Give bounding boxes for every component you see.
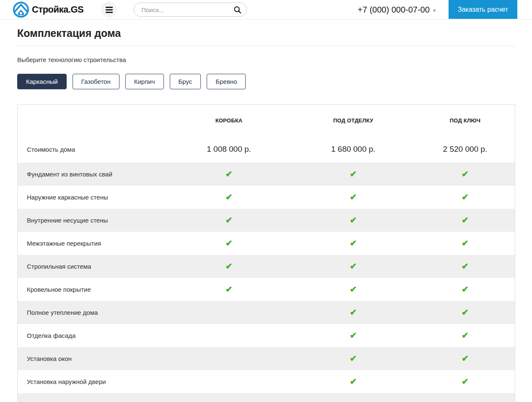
check-icon: ✔ xyxy=(226,239,233,248)
feature-cell: ✔ xyxy=(291,331,415,340)
check-icon: ✔ xyxy=(350,308,357,317)
tab-brevno[interactable]: Бревно xyxy=(207,74,246,89)
feature-label: Установка наружной двери xyxy=(18,378,167,385)
feature-cell: ✔ xyxy=(415,262,515,271)
price-row: Стоимость дома 1 008 000 р.1 680 000 р.2… xyxy=(18,136,515,163)
check-icon: ✔ xyxy=(226,192,233,202)
check-icon: ✔ xyxy=(462,400,469,402)
feature-cell: ✔ xyxy=(167,262,291,271)
hamburger-icon xyxy=(106,7,113,8)
phone-number[interactable]: +7 (000) 000-07-00 ▼ xyxy=(358,5,437,15)
check-icon: ✔ xyxy=(350,354,357,363)
check-icon: ✔ xyxy=(226,215,233,225)
check-icon: ✔ xyxy=(462,377,469,386)
tab-kirpich[interactable]: Кирпич xyxy=(125,74,164,89)
header: Стройка.GS +7 (000) 000-07-00 ▼ Заказать… xyxy=(0,0,532,20)
feature-label: Кровельное покрытие xyxy=(18,286,167,293)
check-icon: ✔ xyxy=(462,354,469,363)
phone-text: +7 (000) 000-07-00 xyxy=(358,5,430,15)
search-button[interactable] xyxy=(234,6,241,14)
table-row: Внутренние несущие стены✔✔✔ xyxy=(18,209,515,232)
column-header: ПОД ОТДЕЛКУ xyxy=(291,117,415,124)
feature-cell: ✔ xyxy=(291,354,415,363)
search-box xyxy=(134,3,247,17)
feature-cell: ✔ xyxy=(415,354,515,363)
table-row: Межэтажные перекрытия✔✔✔ xyxy=(18,232,515,255)
price-value: 1 008 000 р. xyxy=(167,145,291,154)
order-calculation-button[interactable]: Заказать расчет xyxy=(449,0,517,19)
feature-cell: ✔ xyxy=(167,170,291,179)
technology-tabs: КаркасныйГазобетонКирпичБрусБревно xyxy=(17,74,515,89)
check-icon: ✔ xyxy=(350,192,357,202)
feature-label: Установка окон xyxy=(18,355,167,362)
feature-label: Стропильная система xyxy=(18,263,167,270)
feature-cell: ✔ xyxy=(291,285,415,294)
feature-cell: ✔ xyxy=(415,239,515,248)
check-icon: ✔ xyxy=(350,285,357,294)
menu-button[interactable] xyxy=(101,2,117,18)
column-header: ПОД КЛЮЧ xyxy=(415,117,515,124)
table-row: Наружние каркасные стены✔✔✔ xyxy=(18,186,515,209)
chevron-down-icon: ▼ xyxy=(432,8,437,13)
check-icon: ✔ xyxy=(226,285,233,294)
feature-cell: ✔ xyxy=(291,239,415,248)
feature-label: Межэтажные перекрытия xyxy=(18,240,167,247)
table-row: Полное утепление дома✔✔ xyxy=(18,301,515,324)
tab-karkasnyy[interactable]: Каркасный xyxy=(17,74,67,89)
feature-rows: Фундамент из винтовых свай✔✔✔Наружние ка… xyxy=(18,163,515,402)
page-title: Комплектация дома xyxy=(17,27,515,39)
feature-cell: ✔ xyxy=(167,193,291,202)
feature-cell: ✔ xyxy=(291,308,415,317)
check-icon: ✔ xyxy=(462,192,469,202)
table-row: Монтаж водосточной системы✔✔ xyxy=(18,393,515,402)
logo[interactable]: Стройка.GS xyxy=(13,1,83,18)
divider xyxy=(17,46,515,46)
feature-label: Внутренние несущие стены xyxy=(18,217,167,224)
price-value: 1 680 000 р. xyxy=(291,145,415,154)
table-row: Отделка фасада✔✔ xyxy=(18,324,515,347)
feature-cell: ✔ xyxy=(291,216,415,225)
table-row: Стропильная система✔✔✔ xyxy=(18,255,515,278)
feature-cell: ✔ xyxy=(167,285,291,294)
check-icon: ✔ xyxy=(350,169,357,179)
column-header: КОРОБКА xyxy=(167,117,291,124)
feature-cell: ✔ xyxy=(291,170,415,179)
logo-text: Стройка.GS xyxy=(32,4,83,15)
table-header-row: КОРОБКАПОД ОТДЕЛКУПОД КЛЮЧ xyxy=(18,105,515,136)
feature-cell: ✔ xyxy=(291,377,415,386)
feature-cell: ✔ xyxy=(291,400,415,402)
check-icon: ✔ xyxy=(226,262,233,271)
search-input[interactable] xyxy=(141,6,234,13)
feature-cell: ✔ xyxy=(415,331,515,340)
check-icon: ✔ xyxy=(350,262,357,271)
check-icon: ✔ xyxy=(462,262,469,271)
check-icon: ✔ xyxy=(350,215,357,225)
price-value: 2 520 000 р. xyxy=(415,145,515,154)
table-row: Установка окон✔✔ xyxy=(18,347,515,370)
feature-label: Полное утепление дома xyxy=(18,309,167,316)
feature-label: Наружние каркасные стены xyxy=(18,194,167,201)
check-icon: ✔ xyxy=(350,239,357,248)
subtitle: Выберите технологию строительства xyxy=(17,56,515,63)
price-row-label: Стоимость дома xyxy=(18,146,167,153)
table-row: Кровельное покрытие✔✔✔ xyxy=(18,278,515,301)
check-icon: ✔ xyxy=(226,169,233,179)
feature-cell: ✔ xyxy=(167,216,291,225)
feature-cell: ✔ xyxy=(415,308,515,317)
tab-gazobeton[interactable]: Газобетон xyxy=(73,74,119,89)
check-icon: ✔ xyxy=(350,331,357,340)
feature-cell: ✔ xyxy=(415,377,515,386)
check-icon: ✔ xyxy=(462,239,469,248)
table-row: Фундамент из винтовых свай✔✔✔ xyxy=(18,163,515,186)
feature-cell: ✔ xyxy=(167,239,291,248)
feature-cell: ✔ xyxy=(415,285,515,294)
feature-cell: ✔ xyxy=(415,400,515,402)
feature-cell: ✔ xyxy=(415,216,515,225)
feature-label: Отделка фасада xyxy=(18,332,167,339)
check-icon: ✔ xyxy=(350,400,357,402)
package-table: КОРОБКАПОД ОТДЕЛКУПОД КЛЮЧ Стоимость дом… xyxy=(17,104,515,402)
feature-cell: ✔ xyxy=(291,193,415,202)
search-icon xyxy=(234,6,241,14)
check-icon: ✔ xyxy=(350,377,357,386)
tab-brus[interactable]: Брус xyxy=(170,74,201,89)
